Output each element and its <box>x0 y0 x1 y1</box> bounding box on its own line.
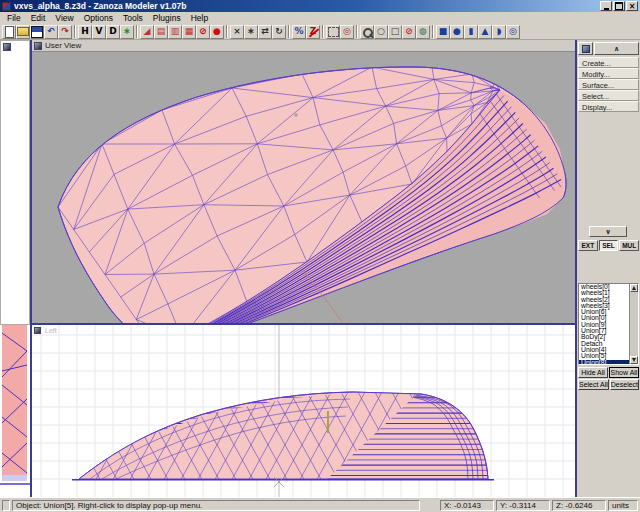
toolbar-separator <box>356 25 358 38</box>
left-panel-strip[interactable] <box>0 40 30 325</box>
sphere-primitive-icon[interactable]: ● <box>450 25 464 39</box>
new-file-icon[interactable] <box>2 25 16 39</box>
target-icon[interactable]: ◎ <box>340 25 354 39</box>
zoom-icon[interactable] <box>360 25 374 39</box>
menu-item[interactable]: Edit <box>26 12 51 24</box>
cone-primitive-icon[interactable]: ▲ <box>478 25 492 39</box>
minimize-button[interactable] <box>600 1 612 11</box>
toolbar-group-mesh: ◢▤▥▦⊘● <box>140 25 224 39</box>
rotate-arrow-icon[interactable]: ↻ <box>272 25 286 39</box>
pan-sphere-icon[interactable]: ○ <box>374 25 388 39</box>
z-disabled-icon[interactable]: Z <box>306 25 320 39</box>
star-tool-icon[interactable]: ∗ <box>244 25 258 39</box>
marquee-select-icon[interactable] <box>326 25 340 39</box>
user-view-canvas[interactable] <box>32 52 575 323</box>
show-all-button[interactable]: Show All <box>609 367 639 378</box>
mesh-window-icon-3[interactable]: ▦ <box>182 25 196 39</box>
panel-command[interactable]: Modify... <box>578 68 639 79</box>
d-view-button[interactable]: D <box>106 25 120 39</box>
left-fender-viewport[interactable] <box>0 325 30 497</box>
mode-ext-button[interactable]: EXT <box>578 240 598 251</box>
status-z-coordinate: Z: -0.6246 <box>552 500 606 511</box>
menu-item[interactable]: Tools <box>118 12 148 24</box>
object-list-item[interactable]: Union[8] <box>579 360 629 364</box>
panel-command[interactable]: Surface... <box>578 79 639 90</box>
viewport-icon[interactable] <box>34 42 42 50</box>
hide-all-button[interactable]: Hide All <box>578 367 608 378</box>
arrow-down-icon <box>632 358 636 362</box>
status-message: Object: Union[5]. Right-click to display… <box>12 500 420 511</box>
redo-icon[interactable]: ↷ <box>58 25 72 39</box>
list-scrollbar[interactable] <box>629 284 638 364</box>
h-view-button[interactable]: H <box>78 25 92 39</box>
collapse-down-button[interactable]: ∨ <box>589 226 627 237</box>
menu-item[interactable]: Help <box>186 12 213 24</box>
cube-primitive-icon[interactable]: ■ <box>436 25 450 39</box>
toolbar-separator <box>74 25 76 38</box>
cylinder-primitive-icon[interactable]: ▮ <box>464 25 478 39</box>
toolbar-group-select: ◎ <box>326 25 354 39</box>
save-file-icon[interactable] <box>30 25 44 39</box>
title-bar: vxvs_alpha_8.z3d - Zanoza Modeler v1.07b… <box>0 0 640 12</box>
select-all-button[interactable]: Select All <box>578 379 609 390</box>
arrow-up-icon <box>632 286 636 290</box>
collapse-up-button[interactable]: ∧ <box>594 42 639 55</box>
undo-icon[interactable]: ↶ <box>44 25 58 39</box>
menu-item[interactable]: Options <box>79 12 118 24</box>
v-view-button[interactable]: V <box>92 25 106 39</box>
viewport-label: User View <box>45 40 81 51</box>
viewport-icon[interactable] <box>34 327 41 334</box>
toolbar-group-views: HVD∗ <box>78 25 134 39</box>
panel-view-button[interactable] <box>578 42 593 55</box>
disable-icon[interactable]: ⊘ <box>196 25 210 39</box>
toolbar-separator <box>288 25 290 38</box>
zoom-disabled-icon[interactable]: ⊘ <box>402 25 416 39</box>
fit-view-icon[interactable]: □ <box>388 25 402 39</box>
swap-arrows-icon[interactable]: ⇄ <box>258 25 272 39</box>
disc-primitive-icon[interactable]: ◗ <box>492 25 506 39</box>
selection-buttons: Select All Deselect <box>578 379 639 390</box>
toolbar-group-misc: %Z <box>292 25 320 39</box>
scroll-up-button[interactable] <box>630 284 638 292</box>
percent-icon[interactable]: % <box>292 25 306 39</box>
toolbar-group-file: ↶↷ <box>2 25 72 39</box>
cross-tool-icon[interactable]: × <box>230 25 244 39</box>
menu-item[interactable]: View <box>50 12 78 24</box>
scroll-down-button[interactable] <box>630 356 638 364</box>
user-view-viewport[interactable]: User View <box>30 40 577 325</box>
torus-primitive-icon[interactable]: ◎ <box>506 25 520 39</box>
zoom-extents-icon[interactable]: ◍ <box>416 25 430 39</box>
viewport-icon[interactable] <box>3 43 11 51</box>
panel-command[interactable]: Create... <box>578 57 639 68</box>
mode-mul-button[interactable]: MUL <box>619 240 639 251</box>
panel-top-row: ∧ <box>578 42 639 55</box>
panel-command[interactable]: Display... <box>578 101 639 112</box>
status-x-coordinate: X: -0.0143 <box>440 500 494 511</box>
mode-sel-button[interactable]: SEL <box>599 240 619 251</box>
side-view-canvas[interactable] <box>32 325 575 497</box>
close-button[interactable]: × <box>626 1 638 11</box>
open-file-icon[interactable] <box>16 25 30 39</box>
panel-commands: Create...Modify...Surface...Select...Dis… <box>578 57 639 112</box>
toolbar: ↶↷ HVD∗ ◢▤▥▦⊘● ×∗⇄↻ %Z ◎ ○□⊘◍ ■●▮▲◗◎ <box>0 24 640 40</box>
red-sphere-icon[interactable]: ● <box>210 25 224 39</box>
toolbar-separator <box>322 25 324 38</box>
fender-strip-canvas[interactable] <box>0 325 30 497</box>
side-view-viewport[interactable]: Left <box>30 325 577 497</box>
mesh-window-icon-1[interactable]: ▤ <box>154 25 168 39</box>
panel-window-icon <box>582 45 590 53</box>
menu-item[interactable]: Plugins <box>148 12 186 24</box>
deselect-button[interactable]: Deselect <box>610 379 639 390</box>
menu-item[interactable]: File <box>2 12 26 24</box>
maximize-button[interactable] <box>613 1 625 11</box>
right-panel: ∧ Create...Modify...Surface...Select...D… <box>577 40 640 497</box>
mesh-window-icon-2[interactable]: ▥ <box>168 25 182 39</box>
user-view-header: User View <box>32 40 575 52</box>
snap-points-icon[interactable]: ∗ <box>120 25 134 39</box>
selection-modes: EXTSELMUL <box>578 240 639 251</box>
toolbar-separator <box>136 25 138 38</box>
panel-command[interactable]: Select... <box>578 90 639 101</box>
object-list: wheels[0]wheels[1]wheels[2]wheels[3]Unio… <box>579 284 629 364</box>
status-grip <box>2 500 10 511</box>
polygon-tool-icon[interactable]: ◢ <box>140 25 154 39</box>
